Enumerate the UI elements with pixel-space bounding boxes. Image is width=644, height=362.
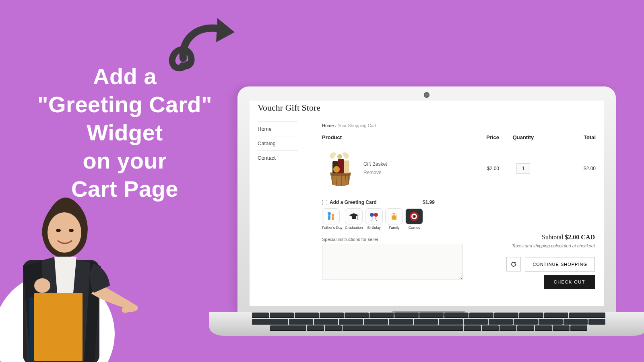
- gc-price: $1.99: [423, 200, 435, 205]
- svg-rect-22: [352, 216, 356, 219]
- cart-header: Product Price Quantity Total: [322, 132, 596, 143]
- svg-point-25: [370, 213, 374, 217]
- qty-input[interactable]: [516, 163, 530, 174]
- subtotal: Subtotal $2.00 CAD: [506, 234, 595, 241]
- svg-point-19: [332, 214, 334, 216]
- breadcrumb: Home › Your Shopping Cart: [322, 123, 596, 128]
- headline-l1: Add a: [24, 62, 225, 90]
- svg-point-26: [374, 213, 378, 217]
- nav-catalog[interactable]: Catalog: [258, 136, 298, 150]
- webcam-icon: [424, 92, 429, 98]
- crumb-home[interactable]: Home: [322, 123, 334, 128]
- cart-row: Gift Basket Remove $2.00 $2.00: [322, 143, 596, 194]
- headline-l2: "Greeting Card": [24, 90, 225, 119]
- gc-checkbox[interactable]: [322, 200, 327, 205]
- instr-textarea[interactable]: [322, 244, 463, 280]
- nav-contact[interactable]: Contact: [258, 150, 298, 165]
- refresh-icon: [510, 261, 517, 267]
- svg-rect-14: [344, 160, 349, 173]
- side-nav: Home Catalog Contact: [258, 121, 298, 165]
- item-total: $2.00: [547, 166, 596, 171]
- svg-point-1: [56, 229, 61, 232]
- svg-point-0: [47, 212, 81, 253]
- presenter-woman-icon: [0, 193, 143, 362]
- gc-label: Add a Greeting Card: [330, 200, 377, 205]
- laptop-frame: Vouchr Gift Store Home Catalog Contact H…: [209, 46, 644, 362]
- item-price: $2.00: [471, 166, 499, 171]
- nav-home[interactable]: Home: [258, 121, 298, 136]
- headline: Add a "Greeting Card" Widget on your Car…: [24, 62, 225, 203]
- svg-point-6: [34, 278, 50, 293]
- svg-point-27: [392, 214, 394, 216]
- refresh-button[interactable]: [506, 257, 521, 272]
- headline-l4: on your: [24, 147, 225, 175]
- remove-link[interactable]: Remove: [363, 170, 382, 175]
- gc-opt-family[interactable]: Family: [385, 208, 403, 230]
- product-image: [322, 149, 360, 187]
- store-title: Vouchr Gift Store: [258, 103, 320, 113]
- svg-point-15: [333, 166, 340, 173]
- greeting-card-widget: Add a Greeting Card $1.99 Father's Day G…: [322, 200, 435, 230]
- product-name: Gift Basket: [363, 161, 471, 167]
- svg-point-28: [394, 214, 396, 216]
- svg-point-17: [328, 212, 331, 215]
- continue-shopping-button[interactable]: CONTINUE SHOPPING: [525, 257, 595, 272]
- svg-point-32: [414, 216, 415, 217]
- svg-rect-18: [328, 215, 330, 220]
- special-instructions: Special instructions for seller: [322, 236, 463, 281]
- svg-point-16: [337, 154, 342, 159]
- checkout-button[interactable]: CHECK OUT: [544, 275, 595, 289]
- svg-rect-20: [332, 216, 334, 220]
- gc-opt-fathers[interactable]: Father's Day: [322, 208, 343, 230]
- svg-point-2: [69, 229, 74, 232]
- taxes-note: Taxes and shipping calculated at checkou…: [506, 243, 595, 248]
- instr-label: Special instructions for seller: [322, 237, 378, 242]
- crumb-current: Your Shopping Cart: [338, 123, 376, 128]
- gc-opt-graduation[interactable]: Graduation: [345, 208, 363, 230]
- gc-opt-birthday[interactable]: Birthday: [365, 208, 383, 230]
- svg-rect-5: [34, 293, 83, 361]
- svg-point-24: [357, 219, 358, 220]
- keyboard-icon: [242, 313, 616, 334]
- headline-l3: Widget: [24, 119, 225, 147]
- gc-opt-games[interactable]: Games: [405, 208, 423, 230]
